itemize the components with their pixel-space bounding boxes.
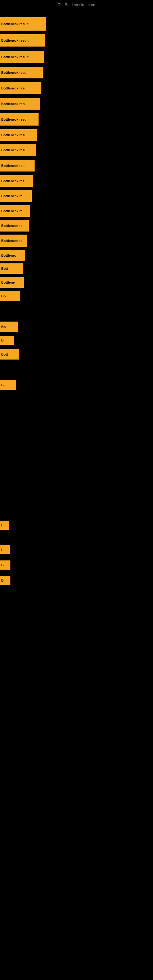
bottleneck-bar-23: l — [0, 520, 9, 530]
bottleneck-bar-18: Bo — [0, 291, 20, 301]
bottleneck-bar-4: Bottleneck resul — [0, 82, 41, 94]
bottleneck-label-3: Bottleneck resul — [1, 71, 27, 75]
bottleneck-bar-15: Bottlenec — [0, 250, 25, 261]
bottleneck-bar-20: B — [0, 336, 14, 345]
bottleneck-bar-26: B — [0, 576, 10, 585]
bottleneck-bar-16: Bott — [0, 263, 22, 274]
bottleneck-bar-6: Bottleneck resu — [0, 113, 38, 126]
bottleneck-label-5: Bottleneck resu — [1, 102, 27, 106]
bottleneck-label-0: Bottleneck result — [1, 22, 29, 26]
bottleneck-label-24: l — [1, 548, 2, 552]
bottleneck-label-7: Bottleneck resu — [1, 133, 27, 137]
bottleneck-bar-14: Bottleneck re — [0, 235, 27, 247]
bottleneck-label-22: B — [1, 383, 4, 387]
bottleneck-label-15: Bottlenec — [1, 254, 16, 257]
bottleneck-label-21: Bott — [1, 353, 8, 356]
bottleneck-label-11: Bottleneck re — [1, 194, 22, 198]
bottleneck-bar-7: Bottleneck resu — [0, 129, 37, 141]
bottleneck-label-23: l — [1, 523, 2, 527]
bottleneck-label-12: Bottleneck re — [1, 209, 22, 213]
bottleneck-bar-9: Bottleneck res — [0, 160, 35, 172]
bottleneck-bar-24: l — [0, 545, 10, 554]
bottleneck-label-8: Bottleneck resu — [1, 148, 27, 152]
bottleneck-label-14: Bottleneck re — [1, 239, 22, 243]
bottleneck-bar-0: Bottleneck result — [0, 17, 46, 30]
bottleneck-label-1: Bottleneck result — [1, 38, 29, 42]
bottleneck-label-10: Bottleneck res — [1, 179, 24, 183]
bottleneck-bar-21: Bott — [0, 349, 19, 360]
bottleneck-label-25: B — [1, 563, 4, 567]
bottleneck-label-19: Bo — [1, 325, 6, 329]
bottleneck-label-16: Bott — [1, 267, 8, 270]
bottleneck-bar-5: Bottleneck resu — [0, 98, 40, 110]
bottleneck-label-4: Bottleneck resul — [1, 86, 27, 90]
bottleneck-bar-3: Bottleneck resul — [0, 67, 43, 78]
bottleneck-bar-2: Bottleneck result — [0, 51, 44, 63]
bottleneck-label-18: Bo — [1, 294, 6, 298]
bottleneck-label-13: Bottleneck re — [1, 224, 22, 228]
bottleneck-label-6: Bottleneck resu — [1, 118, 27, 121]
bottleneck-bar-22: B — [0, 380, 16, 390]
bottleneck-bar-25: B — [0, 560, 10, 570]
bottleneck-bar-10: Bottleneck res — [0, 175, 33, 187]
bottleneck-label-20: B — [1, 339, 4, 342]
bottleneck-bar-19: Bo — [0, 321, 18, 332]
bottleneck-label-9: Bottleneck res — [1, 164, 24, 167]
bottleneck-bar-17: Bottlene — [0, 277, 24, 288]
bottleneck-bar-11: Bottleneck re — [0, 190, 32, 202]
bottleneck-label-17: Bottlene — [1, 280, 15, 284]
bottleneck-bar-13: Bottleneck re — [0, 220, 29, 232]
site-title: TheBottlenecker.com — [0, 2, 153, 7]
bottleneck-label-26: B — [1, 579, 4, 582]
bottleneck-bar-1: Bottleneck result — [0, 34, 45, 46]
bottleneck-bar-8: Bottleneck resu — [0, 144, 36, 156]
bottleneck-bar-12: Bottleneck re — [0, 205, 30, 217]
bottleneck-label-2: Bottleneck result — [1, 55, 29, 59]
